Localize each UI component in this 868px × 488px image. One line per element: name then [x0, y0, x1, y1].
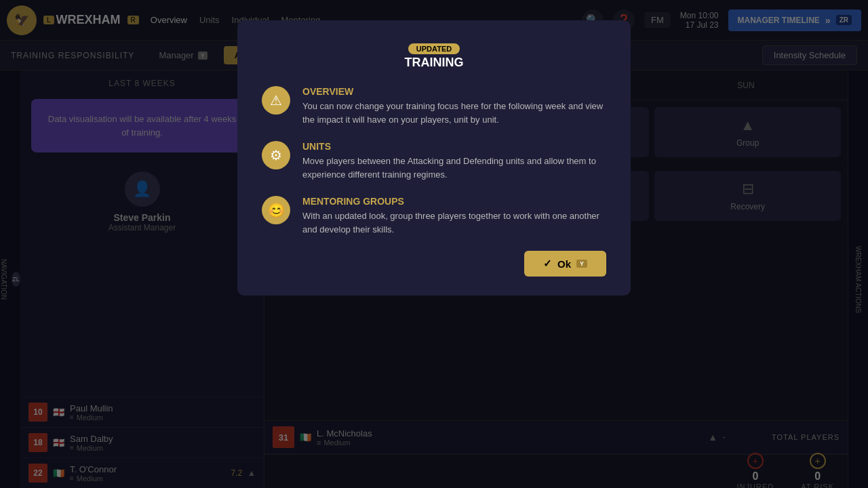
modal-section-overview: ⚠ OVERVIEW You can now change your train…: [262, 86, 606, 126]
modal-dialog: UPDATED TRAINING ⚠ OVERVIEW You can now …: [237, 20, 631, 296]
modal-overlay[interactable]: UPDATED TRAINING ⚠ OVERVIEW You can now …: [0, 0, 868, 488]
modal-section-content-overview: OVERVIEW You can now change your trainin…: [302, 86, 606, 126]
ok-button[interactable]: ✓ Ok Y: [524, 251, 606, 277]
modal-section-content-mentoring: MENTORING GROUPS With an updated look, g…: [302, 196, 606, 236]
modal-footer: ✓ Ok Y: [262, 251, 606, 277]
modal-title: TRAINING: [262, 56, 606, 70]
mentoring-title: MENTORING GROUPS: [302, 196, 606, 207]
modal-section-mentoring: 😊 MENTORING GROUPS With an updated look,…: [262, 196, 606, 236]
modal-header: UPDATED TRAINING: [262, 42, 606, 70]
mentoring-text: With an updated look, group three player…: [302, 209, 606, 236]
units-icon: ⚙: [262, 141, 290, 169]
units-title: UNITS: [302, 141, 606, 152]
modal-section-units: ⚙ UNITS Move players between the Attacki…: [262, 141, 606, 181]
overview-title: OVERVIEW: [302, 86, 606, 97]
units-text: Move players between the Attacking and D…: [302, 155, 606, 181]
mentoring-icon: 😊: [262, 196, 290, 224]
modal-section-content-units: UNITS Move players between the Attacking…: [302, 141, 606, 181]
y-key-badge: Y: [576, 260, 587, 268]
checkmark-icon: ✓: [543, 258, 552, 270]
modal-badge: UPDATED: [408, 43, 460, 54]
overview-icon: ⚠: [262, 86, 290, 115]
overview-text: You can now change your training focus h…: [302, 100, 606, 126]
